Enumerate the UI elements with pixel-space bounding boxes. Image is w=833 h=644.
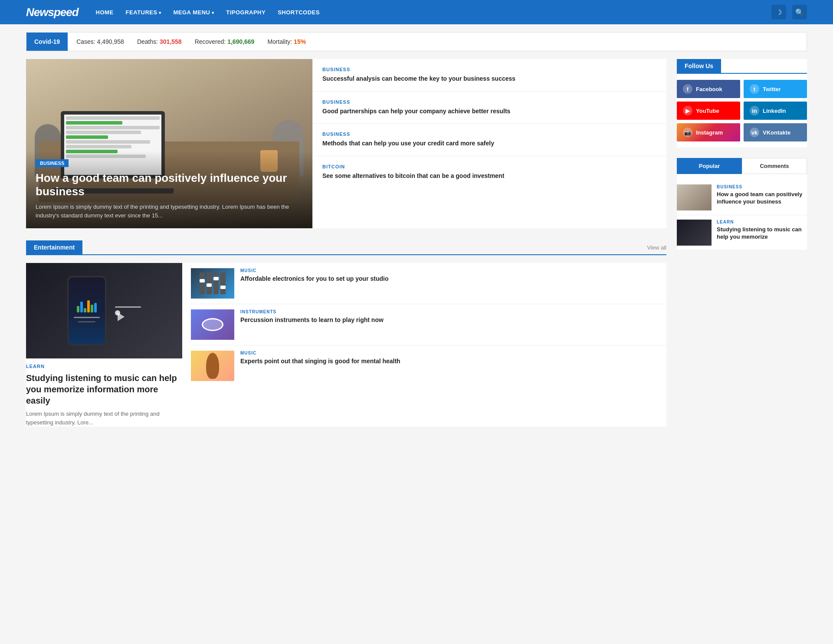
main-nav: HOME FEATURES MEGA MENU TIPOGRAPHY SHORT…: [96, 9, 320, 16]
covid-cases: Cases: 4,490,958: [76, 38, 124, 45]
popular-item-1: BUSINESS How a good team can positively …: [677, 180, 807, 215]
twitter-button[interactable]: t Twitter: [744, 80, 807, 98]
ent-item-1-text: MUSIC Affordable electronics for you to …: [240, 268, 388, 283]
follow-us-header: Follow Us: [677, 59, 807, 74]
covid-deaths: Deaths: 301,558: [137, 38, 182, 45]
linkedin-icon: in: [750, 106, 759, 115]
dark-mode-button[interactable]: ☽: [771, 5, 786, 20]
popular-thumb-1[interactable]: [677, 184, 712, 210]
nav-shortcodes[interactable]: SHORTCODES: [278, 9, 320, 16]
instagram-button[interactable]: 📷 Instagram: [677, 123, 740, 141]
vk-icon: vk: [750, 128, 759, 137]
hero-overlay: BUSINESS How a good team can positively …: [26, 151, 312, 228]
popular-comments-tabs: Popular Comments: [677, 158, 807, 174]
covid-mortality: Mortality: 15%: [267, 38, 306, 45]
ent-thumb-2[interactable]: [191, 309, 234, 340]
hero-article-2: BUSINESS Good partnerships can help your…: [313, 92, 666, 124]
twitter-icon: t: [750, 84, 759, 94]
tab-comments[interactable]: Comments: [742, 158, 807, 174]
covid-label: Covid-19: [26, 33, 68, 51]
ent-thumb-3[interactable]: [191, 351, 234, 381]
sidebar: Follow Us f Facebook t Twitter ▶ YouTube…: [677, 59, 807, 427]
entertainment-title: Entertainment: [26, 240, 82, 254]
popular-item-1-text: BUSINESS How a good team can positively …: [717, 184, 807, 206]
youtube-icon: ▶: [683, 106, 692, 115]
main-content: BUSINESS How a good team can positively …: [0, 59, 833, 440]
logo[interactable]: Newspeed: [26, 6, 79, 19]
follow-grid: f Facebook t Twitter ▶ YouTube in Linked…: [677, 80, 807, 148]
follow-us-title: Follow Us: [677, 59, 721, 73]
instagram-icon: 📷: [683, 128, 692, 137]
view-all-link[interactable]: View all: [647, 244, 666, 251]
ent-item-3: MUSIC Experts point out that singing is …: [191, 345, 666, 386]
facebook-button[interactable]: f Facebook: [677, 80, 740, 98]
ent-item-2-text: INSTRUMENTS Percussion instruments to le…: [240, 309, 384, 324]
header-right: ☽ 🔍: [771, 5, 807, 20]
popular-item-2-text: LEARN Studying listening to music can he…: [717, 220, 807, 241]
popular-item-2: LEARN Studying listening to music can he…: [677, 215, 807, 250]
covid-recovered: Recovered: 1,690,669: [195, 38, 255, 45]
hero-excerpt: Lorem Ipsum is simply dummy text of the …: [36, 203, 303, 220]
nav-features[interactable]: FEATURES: [126, 9, 161, 16]
header: Newspeed HOME FEATURES MEGA MENU TIPOGRA…: [0, 0, 833, 24]
ent-main-excerpt: Lorem Ipsum is simply dummy text of the …: [26, 410, 182, 427]
content-area: BUSINESS How a good team can positively …: [26, 59, 666, 427]
hero-article-3: BUSINESS Methods that can help you use y…: [313, 124, 666, 156]
entertainment-main-article: LEARN Studying listening to music can he…: [26, 263, 182, 427]
nav-typography[interactable]: TIPOGRAPHY: [226, 9, 266, 16]
search-button[interactable]: 🔍: [792, 5, 807, 20]
ent-thumb-1[interactable]: [191, 268, 234, 299]
ent-item-2: INSTRUMENTS Percussion instruments to le…: [191, 304, 666, 345]
youtube-button[interactable]: ▶ YouTube: [677, 102, 740, 120]
linkedin-button[interactable]: in LinkedIn: [744, 102, 807, 120]
entertainment-section-header: Entertainment View all: [26, 240, 666, 255]
covid-bar: Covid-19 Cases: 4,490,958 Deaths: 301,55…: [26, 32, 807, 51]
hero-section: BUSINESS How a good team can positively …: [26, 59, 666, 228]
vkontakte-button[interactable]: vk VKontakte: [744, 123, 807, 141]
entertainment-article-list: MUSIC Affordable electronics for you to …: [191, 263, 666, 427]
ent-item-1: MUSIC Affordable electronics for you to …: [191, 263, 666, 304]
ent-item-3-text: MUSIC Experts point out that singing is …: [240, 351, 400, 365]
popular-section: Popular Comments BUSINESS How a good tea…: [677, 158, 807, 250]
hero-title[interactable]: How a good team can positively influence…: [36, 171, 303, 198]
hero-category: BUSINESS: [36, 159, 69, 167]
follow-us-section: Follow Us f Facebook t Twitter ▶ YouTube…: [677, 59, 807, 148]
facebook-icon: f: [683, 84, 692, 94]
hero-image[interactable]: BUSINESS How a good team can positively …: [26, 59, 312, 228]
hero-article-4: BITCOIN See some alternatives to bitcoin…: [313, 156, 666, 188]
tab-popular[interactable]: Popular: [677, 158, 742, 174]
popular-thumb-2[interactable]: [677, 220, 712, 246]
nav-mega-menu[interactable]: MEGA MENU: [174, 9, 214, 16]
ent-main-title[interactable]: Studying listening to music can help you…: [26, 372, 182, 406]
hero-article-1: BUSINESS Successful analysis can become …: [313, 59, 666, 92]
hero-articles-list: BUSINESS Successful analysis can become …: [312, 59, 666, 228]
entertainment-grid: LEARN Studying listening to music can he…: [26, 263, 666, 427]
nav-home[interactable]: HOME: [96, 9, 114, 16]
ent-main-category: LEARN: [26, 364, 182, 369]
entertainment-main-image[interactable]: [26, 263, 182, 358]
